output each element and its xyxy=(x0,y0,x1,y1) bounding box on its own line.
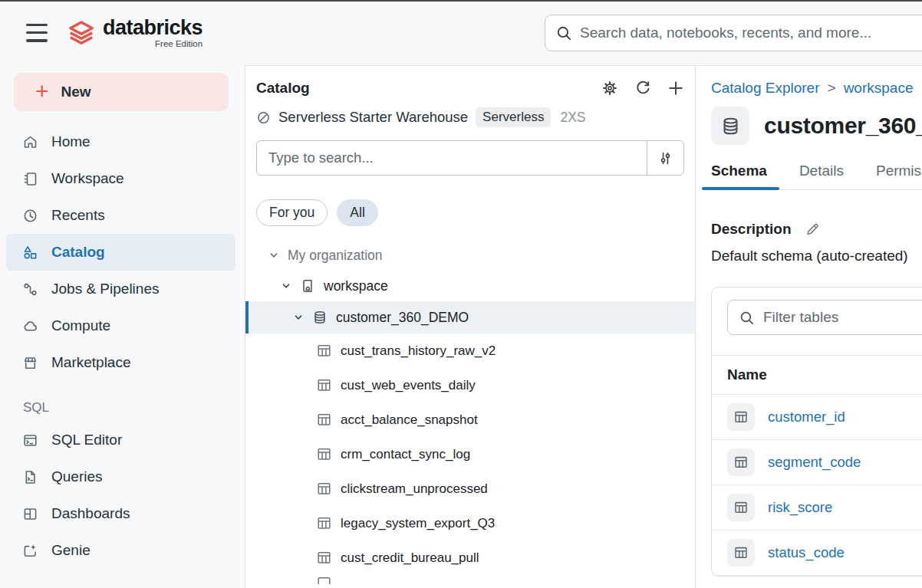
marketplace-icon xyxy=(22,355,38,371)
table-link[interactable]: segment_code xyxy=(768,454,861,471)
table-row[interactable]: customer_id xyxy=(712,395,922,440)
filter-sliders-icon[interactable] xyxy=(647,141,683,175)
table-link[interactable]: risk_score xyxy=(768,499,832,516)
tree-node-table[interactable]: cust_credit_bureau_pull xyxy=(256,540,684,575)
sidebar-item-label: Queries xyxy=(51,468,103,485)
plus-icon: + xyxy=(35,80,49,102)
compute-icon xyxy=(22,318,38,334)
databricks-logo-mark xyxy=(66,18,97,49)
search-icon xyxy=(555,25,572,41)
sidebar: + New Home Workspace Recents Catalog Job… xyxy=(0,65,245,588)
sidebar-item-label: Genie xyxy=(51,542,91,559)
recents-icon xyxy=(22,208,38,224)
sidebar-item-sql-editor[interactable]: SQL Editor xyxy=(6,422,235,458)
sidebar-item-workspace[interactable]: Workspace xyxy=(6,160,235,197)
dashboards-icon xyxy=(22,506,38,522)
tab-details[interactable]: Details xyxy=(799,163,844,189)
detail-tabs: Schema Details Permissions xyxy=(711,163,922,190)
tree-node-table[interactable]: cust_trans_history_raw_v2 xyxy=(256,333,684,368)
table-row[interactable]: risk_score xyxy=(712,485,922,531)
database-schema-icon xyxy=(720,116,741,136)
queries-icon xyxy=(22,469,38,485)
table-row[interactable]: segment_code xyxy=(712,440,922,485)
sidebar-item-queries[interactable]: Queries xyxy=(6,458,235,495)
logo-wordmark: databricks xyxy=(103,17,203,38)
tables-card: Name customer_id segment_code risk_score… xyxy=(711,287,922,577)
settings-gear-icon[interactable] xyxy=(601,80,618,97)
column-header-name: Name xyxy=(712,355,922,395)
description-text: Default schema (auto-created) xyxy=(711,248,922,264)
sidebar-item-marketplace[interactable]: Marketplace xyxy=(6,344,235,381)
sidebar-item-label: Jobs & Pipelines xyxy=(51,281,159,297)
tab-schema[interactable]: Schema xyxy=(711,163,767,189)
jobs-pipelines-icon xyxy=(22,281,38,297)
chevron-down-icon[interactable] xyxy=(281,281,291,291)
tab-permissions[interactable]: Permissions xyxy=(876,163,922,189)
warehouse-size-label: 2XS xyxy=(560,110,585,126)
tree-node-table[interactable]: cust_web_events_daily xyxy=(256,368,684,402)
catalog-panel-title: Catalog xyxy=(256,80,601,97)
databricks-logo[interactable]: databricks Free Edition xyxy=(66,17,203,49)
breadcrumb-link-catalog-explorer[interactable]: Catalog Explorer xyxy=(711,80,820,97)
sidebar-item-catalog[interactable]: Catalog xyxy=(6,234,235,271)
sql-section-label: SQL xyxy=(23,400,245,416)
catalog-browser-panel: Catalog Serverless Starter Warehouse Ser… xyxy=(245,65,695,588)
description-label: Description xyxy=(711,221,792,238)
table-icon xyxy=(316,550,332,566)
warehouse-selector[interactable]: Serverless Starter Warehouse Serverless … xyxy=(256,107,684,127)
breadcrumb: Catalog Explorer > workspace xyxy=(711,80,922,97)
refresh-icon[interactable] xyxy=(634,80,651,97)
sidebar-item-label: Workspace xyxy=(51,170,124,187)
chevron-down-icon[interactable] xyxy=(268,250,279,261)
breadcrumb-link-workspace[interactable]: workspace xyxy=(844,80,914,97)
catalog-search xyxy=(256,140,684,176)
sidebar-item-jobs-pipelines[interactable]: Jobs & Pipelines xyxy=(6,271,235,307)
table-link[interactable]: customer_id xyxy=(768,409,845,425)
tree-node-organization[interactable]: My organization xyxy=(256,240,684,271)
table-icon xyxy=(316,343,332,359)
new-button[interactable]: + New xyxy=(14,73,229,111)
catalog-tree-icon xyxy=(300,278,315,294)
filter-chip-for-you[interactable]: For you xyxy=(256,199,328,226)
add-plus-icon[interactable] xyxy=(667,80,684,97)
logo-edition-label: Free Edition xyxy=(155,39,203,48)
sql-editor-icon xyxy=(22,432,38,448)
table-icon xyxy=(316,481,332,497)
search-icon xyxy=(739,310,755,326)
tree-node-table[interactable]: clickstream_unprocessed xyxy=(256,471,684,506)
filter-tables-search xyxy=(727,300,922,335)
sidebar-item-label: Marketplace xyxy=(51,354,131,371)
table-row[interactable]: status_code xyxy=(712,531,922,576)
sidebar-item-dashboards[interactable]: Dashboards xyxy=(6,495,235,532)
filter-tables-input[interactable] xyxy=(763,309,922,326)
home-icon xyxy=(22,134,38,150)
sidebar-item-home[interactable]: Home xyxy=(6,123,235,160)
catalog-explorer-details-panel: Catalog Explorer > workspace customer_36… xyxy=(695,65,922,588)
table-icon xyxy=(727,403,755,431)
tree-node-table[interactable]: legacy_system_export_Q3 xyxy=(256,506,684,540)
global-search-input[interactable] xyxy=(580,25,922,41)
sidebar-item-compute[interactable]: Compute xyxy=(6,307,235,344)
tree-node-table[interactable]: crm_contact_sync_log xyxy=(256,437,684,471)
window-top-edge xyxy=(0,0,922,2)
global-search[interactable] xyxy=(545,15,922,51)
table-icon xyxy=(727,539,755,567)
tree-node-table-partial[interactable] xyxy=(256,575,684,584)
catalog-search-input[interactable] xyxy=(257,141,647,175)
table-link[interactable]: status_code xyxy=(768,544,845,561)
table-icon xyxy=(727,494,755,521)
filter-chip-all[interactable]: All xyxy=(337,199,377,226)
hamburger-menu-icon[interactable] xyxy=(26,24,48,42)
catalog-tree: My organization workspace customer_360_D… xyxy=(256,240,684,584)
sidebar-item-recents[interactable]: Recents xyxy=(6,197,235,234)
table-icon xyxy=(316,446,332,462)
sidebar-item-label: SQL Editor xyxy=(51,432,122,448)
chevron-down-icon[interactable] xyxy=(293,312,304,323)
sidebar-item-genie[interactable]: Genie xyxy=(6,532,235,569)
tree-node-catalog-workspace[interactable]: workspace xyxy=(256,271,684,301)
warehouse-type-badge: Serverless xyxy=(476,107,551,127)
edit-pencil-icon[interactable] xyxy=(805,222,820,237)
catalog-icon xyxy=(22,245,38,261)
tree-node-table[interactable]: acct_balance_snapshot xyxy=(256,402,684,437)
tree-node-schema-selected[interactable]: customer_360_DEMO xyxy=(245,301,695,333)
